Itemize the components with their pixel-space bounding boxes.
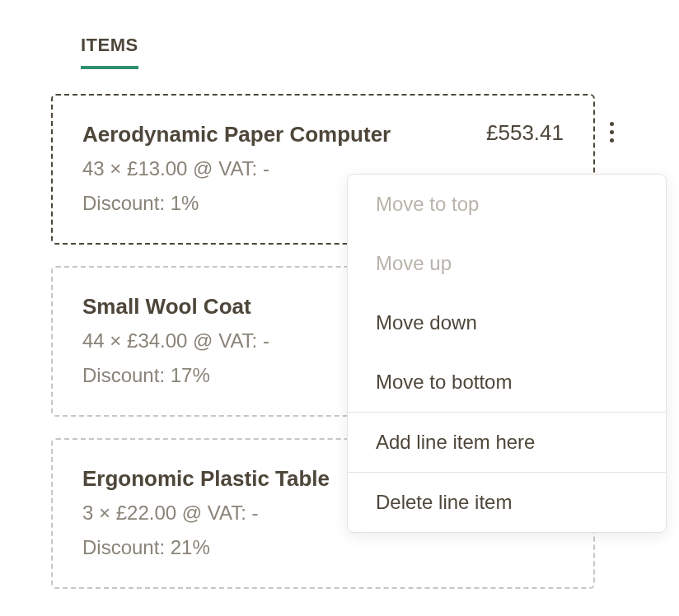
menu-move-top: Move to top [348, 175, 666, 234]
item-title: Ergonomic Plastic Table [82, 464, 330, 493]
menu-add-here[interactable]: Add line item here [348, 413, 666, 472]
menu-move-bottom[interactable]: Move to bottom [348, 352, 666, 412]
menu-move-down[interactable]: Move down [348, 293, 666, 352]
tab-row: ITEMS [51, 35, 628, 69]
context-menu: Move to top Move up Move down Move to bo… [347, 174, 667, 533]
item-price: £553.41 [486, 120, 564, 146]
item-title: Small Wool Coat [82, 292, 251, 321]
kebab-icon[interactable] [605, 117, 619, 147]
item-discount: Discount: 21% [82, 533, 564, 562]
menu-move-up: Move up [348, 234, 666, 293]
tab-items[interactable]: ITEMS [81, 35, 138, 69]
menu-delete[interactable]: Delete line item [348, 473, 666, 532]
item-title: Aerodynamic Paper Computer [82, 120, 391, 149]
